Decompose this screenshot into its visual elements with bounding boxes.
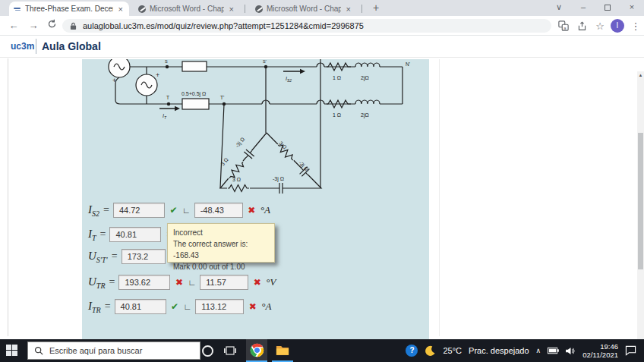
date-label: 02/11/2021 (582, 351, 618, 359)
magnitude-input[interactable]: 40.81 (115, 299, 166, 314)
tab-search-chevron-icon[interactable]: ∨ (547, 0, 571, 16)
magnitude-input[interactable]: 40.81 (109, 227, 161, 242)
browser-menu-icon[interactable]: ⋮ (629, 19, 642, 33)
incorrect-cross-icon: ✖ (248, 301, 257, 312)
speaker-icon[interactable] (566, 347, 576, 355)
site-title[interactable]: Aula Global (42, 40, 101, 52)
angle-symbol: ∟ (188, 278, 196, 287)
uc3m-logo[interactable]: uc3m (11, 41, 34, 52)
tooltip-status: Incorrect (173, 227, 269, 238)
moodle-favicon-icon (14, 6, 21, 12)
scrollbar-thumb[interactable] (638, 133, 643, 269)
lock-icon (70, 22, 77, 30)
word-favicon-icon (138, 5, 146, 13)
angle-symbol: ∟ (184, 302, 192, 311)
magnitude-input[interactable]: 44.72 (113, 203, 165, 218)
equals-sign: = (100, 228, 106, 241)
system-tray: ? 25°C Prac. despejado ∧ 19:46 02/11/202… (406, 339, 644, 362)
voltage-source-2 (136, 74, 157, 96)
r2-label: 1 Ω (333, 112, 341, 118)
correct-check-icon: ✔ (169, 205, 178, 216)
tooltip-answer: The correct answer is: -168.43 (173, 238, 269, 261)
it-arrow-icon (175, 106, 180, 111)
bookmark-star-icon[interactable]: ☆ (593, 19, 607, 33)
quantity-label: IS2 (88, 203, 99, 218)
inductor-2j-top (355, 63, 380, 67)
unit-label: °V (266, 276, 276, 288)
reload-icon[interactable] (44, 18, 59, 33)
taskbar-search-input[interactable]: Escribe aquí para buscar (27, 342, 200, 360)
tab-divider (361, 5, 362, 13)
angle-input[interactable]: -48.43 (194, 203, 243, 218)
quantity-label: IT (88, 228, 96, 242)
time-label: 19:46 (582, 342, 618, 351)
unit-label: °A (260, 204, 270, 216)
quantity-label: UTR (88, 275, 106, 290)
site-header: uc3m Aula Global (0, 36, 644, 58)
restore-button[interactable] (595, 0, 620, 16)
clock[interactable]: 19:46 02/11/2021 (582, 342, 618, 359)
equals-sign: = (109, 276, 115, 288)
node-dots (166, 65, 267, 105)
browser-tab-strip: Three-Phase Exam. December 18 × Microsof… (0, 0, 644, 16)
tab-divider (245, 5, 245, 13)
question-block: + + S S' T T' N' 0.5+0.5j Ω 1 Ω 1 Ω 2jΩ … (82, 59, 429, 339)
weather-moon-icon[interactable] (425, 345, 436, 357)
tab-word-2[interactable]: Microsoft Word - Chapman_Exan × (251, 2, 357, 16)
close-button[interactable]: × (620, 0, 644, 16)
voltage-source-1 (109, 59, 130, 77)
node-tp-label: T' (220, 95, 224, 100)
inductor-2j-bottom (355, 100, 380, 104)
capacitor-delta-left (242, 146, 257, 161)
content-left-border (8, 58, 8, 336)
page-scrollbar[interactable]: ▲ (637, 71, 644, 362)
hidden-icons-chevron-icon[interactable]: ∧ (536, 347, 541, 354)
new-tab-button[interactable]: + (369, 2, 383, 15)
weather-label[interactable]: Prac. despejado (469, 346, 529, 355)
resistor-delta-bottom (227, 184, 250, 193)
forward-icon[interactable]: → (26, 18, 41, 33)
back-icon[interactable]: ← (6, 18, 21, 33)
unit-label: °A (261, 301, 271, 313)
is2-arrow-icon (300, 69, 305, 74)
angle-input[interactable]: 11.57 (200, 275, 248, 290)
r1-label: 1 Ω (333, 75, 341, 80)
taskbar-chrome-button[interactable] (246, 339, 267, 362)
correct-check-icon: ✔ (170, 301, 180, 312)
angle-input[interactable]: 113.12 (195, 299, 244, 314)
tab-close-icon[interactable]: × (345, 5, 352, 14)
tab-quiz-review[interactable]: Three-Phase Exam. December 18 × (9, 2, 129, 16)
search-placeholder: Escribe aquí para buscar (49, 346, 142, 355)
tab-word-1[interactable]: Microsoft Word - Chapman_Exan × (134, 2, 240, 16)
magnitude-input[interactable]: 193.62 (118, 275, 170, 290)
scroll-up-icon[interactable]: ▲ (637, 73, 644, 77)
logo-divider (36, 39, 36, 54)
url-text: aulaglobal.uc3m.es/mod/quiz/review.php?a… (83, 21, 364, 30)
windows-taskbar: Escribe aquí para buscar ? 25 (0, 339, 644, 362)
minimize-button[interactable]: – (571, 0, 595, 16)
quantity-label: US′T′ (88, 250, 108, 264)
share-icon[interactable] (575, 19, 589, 33)
cortana-button[interactable] (197, 339, 218, 362)
content-right-border (439, 59, 440, 336)
word-favicon-icon (255, 5, 263, 13)
start-button-icon[interactable] (6, 345, 18, 357)
battery-icon[interactable] (548, 347, 559, 354)
feedback-tooltip: Incorrect The correct answer is: -168.43… (167, 223, 275, 263)
search-icon (34, 346, 43, 355)
quantity-label: ITR (88, 300, 101, 314)
translate-icon[interactable]: a (557, 19, 570, 33)
temperature-label[interactable]: 25°C (443, 346, 462, 355)
browser-toolbar: ← → aulaglobal.uc3m.es/mod/quiz/review.p… (0, 16, 644, 36)
taskbar-file-explorer-button[interactable] (272, 339, 293, 362)
action-center-icon[interactable] (625, 345, 636, 356)
magnitude-input[interactable]: 173.2 (122, 249, 166, 264)
tab-close-icon[interactable]: × (117, 5, 125, 14)
tab-title: Microsoft Word - Chapman_Exan (150, 5, 224, 13)
address-bar[interactable]: aulaglobal.uc3m.es/mod/quiz/review.php?a… (62, 19, 551, 33)
task-view-button[interactable] (219, 339, 241, 362)
incorrect-cross-icon: ✖ (247, 205, 257, 216)
profile-avatar[interactable]: I (611, 19, 624, 33)
get-help-icon[interactable]: ? (406, 345, 418, 357)
tab-close-icon[interactable]: × (228, 5, 235, 14)
